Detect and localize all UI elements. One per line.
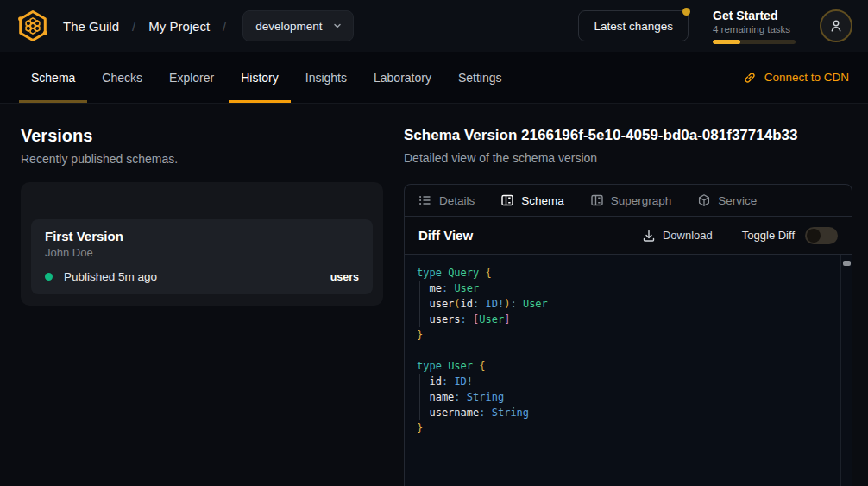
version-list: First Version John Doe Published 5m ago … [21,182,383,306]
versions-subtitle: Recently published schemas. [21,152,383,166]
toggle-diff-label: Toggle Diff [742,229,795,242]
breadcrumb-org[interactable]: The Guild [63,19,119,34]
connect-to-cdn-button[interactable]: Connect to CDN [743,52,849,103]
cube-icon [697,193,711,207]
tab-laboratory[interactable]: Laboratory [362,52,443,103]
get-started-subtitle: 4 remaining tasks [713,24,796,35]
breadcrumb: The Guild / My Project / development [16,9,354,43]
version-card[interactable]: First Version John Doe Published 5m ago … [31,219,373,294]
list-icon [418,193,432,207]
toggle-diff-control: Toggle Diff [742,227,838,244]
detail-tab-service[interactable]: Service [697,193,757,207]
main-nav: SchemaChecksExplorerHistoryInsightsLabor… [0,52,868,104]
code-scrollbar[interactable] [840,255,852,486]
split-panel-icon [500,193,514,207]
connect-to-cdn-label: Connect to CDN [764,71,849,84]
code-line: } [417,420,829,436]
detail-tab-supergraph[interactable]: Supergraph [590,193,672,207]
tab-settings[interactable]: Settings [446,52,514,103]
get-started-progress [713,40,796,44]
version-service-badge: users [330,271,359,283]
detail-tab-schema[interactable]: Schema [500,193,564,207]
download-icon [642,229,656,243]
top-header: The Guild / My Project / development Lat… [0,0,868,52]
versions-panel: Versions Recently published schemas. Fir… [21,124,383,486]
version-author: John Doe [45,246,359,259]
code-line: username: String [417,405,829,420]
latest-changes-button[interactable]: Latest changes [578,10,689,41]
breadcrumb-project[interactable]: My Project [148,19,210,34]
link-icon [743,71,757,85]
notification-dot [682,8,690,16]
content: Versions Recently published schemas. Fir… [0,104,868,486]
tab-explorer[interactable]: Explorer [157,52,226,103]
user-icon [828,18,844,34]
latest-changes-label: Latest changes [594,20,673,33]
diff-view-title: Diff View [418,228,473,243]
code-line: name: String [417,389,829,405]
nav-tab-list: SchemaChecksExplorerHistoryInsightsLabor… [19,52,517,103]
code-line: me: User [417,281,829,296]
tab-insights[interactable]: Insights [293,52,359,103]
target-selector-value: development [255,20,322,33]
tab-schema[interactable]: Schema [19,52,87,103]
get-started-title: Get Started [713,9,796,22]
download-label: Download [663,229,713,242]
published-status-dot [45,273,53,281]
code-line: users: [User] [417,312,829,327]
toggle-diff-switch[interactable] [805,227,838,244]
detail-tab-label: Details [439,194,475,207]
code-block: type Query { me: User user(id: ID!): Use… [417,265,829,436]
versions-title: Versions [21,126,383,146]
version-status: Published 5m ago [64,270,157,283]
detail-tab-label: Service [718,194,757,207]
chevron-down-icon [332,21,343,31]
guild-logo-icon[interactable] [16,9,50,43]
get-started-widget[interactable]: Get Started 4 remaining tasks [713,9,796,44]
code-line: type Query { [417,265,829,281]
detail-tab-list: DetailsSchemaSupergraphService [405,185,852,217]
breadcrumb-separator: / [223,19,226,34]
code-line: user(id: ID!): User [417,296,829,312]
detail-tab-label: Supergraph [611,194,672,207]
tab-checks[interactable]: Checks [90,52,154,103]
detail-card: DetailsSchemaSupergraphService Diff View… [404,184,852,486]
user-avatar[interactable] [820,9,852,42]
split-panel-icon [590,193,604,207]
version-name: First Version [45,229,359,243]
detail-tab-label: Schema [521,194,564,207]
version-status-row: Published 5m ago users [45,270,359,283]
code-line: id: ID! [417,374,829,389]
schema-version-detail: Schema Version 2166196f-5e10-4059-bd0a-0… [404,124,852,486]
detail-tab-details[interactable]: Details [418,193,475,207]
code-line: } [417,327,829,343]
schema-code-viewer[interactable]: type Query { me: User user(id: ID!): Use… [405,255,852,486]
code-line: type User { [417,358,829,374]
diff-toolbar: Diff View Download Toggle Diff [405,217,852,255]
tab-history[interactable]: History [229,52,291,103]
breadcrumb-separator: / [132,19,135,34]
switch-knob [807,229,821,243]
scrollbar-thumb[interactable] [843,261,851,266]
detail-subtitle: Detailed view of the schema version [404,151,852,165]
header-actions: Latest changes Get Started 4 remaining t… [578,9,852,44]
detail-title: Schema Version 2166196f-5e10-4059-bd0a-0… [404,127,852,144]
target-selector-dropdown[interactable]: development [242,10,353,41]
download-button[interactable]: Download [642,229,713,243]
get-started-progress-fill [713,40,740,44]
code-line [417,343,829,358]
diff-actions: Download Toggle Diff [642,227,838,244]
